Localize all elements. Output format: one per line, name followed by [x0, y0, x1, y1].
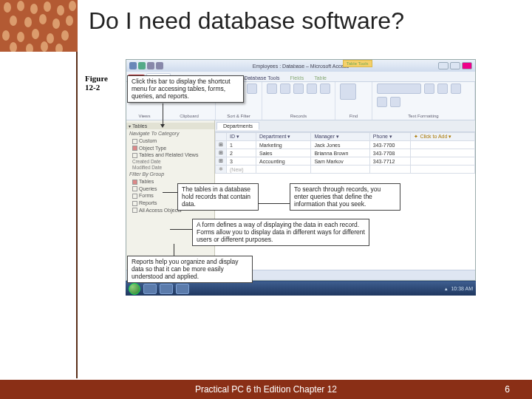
svg-point-10	[52, 18, 60, 29]
font-icon[interactable]	[377, 83, 421, 94]
svg-point-1	[4, 2, 11, 13]
tab-fields[interactable]: Fields	[286, 75, 309, 81]
bold-icon[interactable]	[424, 83, 434, 94]
nav-custom[interactable]: Custom	[129, 137, 211, 145]
table-row-new[interactable]: ✱(New)	[216, 166, 475, 174]
group-text-formatting: Text Formatting	[372, 82, 475, 120]
left-rule	[0, 52, 78, 378]
save-rec-icon[interactable]	[293, 83, 304, 94]
callout-tables: The tables in a database hold records th…	[177, 183, 259, 211]
refresh-icon[interactable]	[267, 83, 277, 94]
undo-icon[interactable]	[147, 62, 154, 69]
fill-icon[interactable]	[390, 97, 400, 107]
tab-departments[interactable]: Departments	[216, 122, 259, 130]
close-button[interactable]	[462, 62, 472, 69]
nav-tables-related[interactable]: Tables and Related Views	[129, 151, 211, 159]
svg-point-6	[69, 1, 76, 11]
tab-database-tools[interactable]: Database Tools	[239, 75, 284, 81]
redo-icon[interactable]	[156, 62, 163, 69]
footer-bar: Practical PC 6 th Edition Chapter 12 6	[0, 380, 532, 399]
nav-modified[interactable]: Modified Date	[129, 165, 211, 171]
nav-filter-by: Filter By Group	[129, 171, 211, 178]
tab-table[interactable]: Table	[310, 75, 331, 81]
minimize-button[interactable]	[438, 62, 449, 69]
col-mgr[interactable]: Manager ▾	[311, 133, 369, 141]
page-number: 6	[505, 384, 510, 395]
new-icon[interactable]	[280, 83, 290, 94]
footer-text: Practical PC 6 th Edition Chapter 12	[195, 384, 337, 395]
quick-access-toolbar	[129, 62, 163, 69]
table-row[interactable]: ⊞1MarketingJack Jones343-7700	[216, 141, 475, 149]
svg-point-19	[41, 41, 48, 52]
col-id[interactable]: ID ▾	[227, 133, 256, 141]
window-title: Employees : Database – Microsoft Access	[253, 64, 349, 69]
find-icon[interactable]	[340, 83, 356, 100]
col-add[interactable]: ✦ Click to Add ▾	[411, 133, 475, 141]
figure-area: Figure 12-2 Employees : Database – Micro…	[89, 59, 488, 325]
callout-queries: To search through records, you enter que…	[290, 183, 400, 211]
callout-reports: Reports help you organize and display da…	[127, 256, 253, 283]
svg-point-4	[44, 1, 51, 12]
leader	[170, 229, 192, 230]
taskbar-item[interactable]	[160, 284, 173, 294]
window-controls	[438, 62, 472, 69]
svg-point-7	[10, 16, 17, 26]
tray-icon[interactable]: ▴	[445, 286, 448, 292]
svg-point-14	[32, 29, 39, 39]
italic-icon[interactable]	[437, 83, 448, 94]
group-clipboard-label: Clipboard	[168, 114, 211, 118]
svg-point-11	[66, 16, 73, 26]
group-records: Records	[262, 82, 335, 120]
slide-title: Do I need database software?	[89, 7, 404, 35]
start-button[interactable]	[129, 283, 140, 295]
svg-point-8	[24, 17, 32, 27]
datasheet-grid[interactable]: ID ▾ Department ▾ Manager ▾ Phone ▾ ✦ Cl…	[215, 132, 475, 174]
nav-header[interactable]: Tables	[126, 123, 214, 129]
slide: Do I need database software? Figure 12-2…	[0, 0, 532, 399]
arrow-icon	[160, 124, 165, 128]
corner-decoration	[0, 0, 78, 52]
figure-label-1: Figure	[85, 74, 108, 83]
align-icon[interactable]	[377, 97, 387, 107]
tray-clock: 10:38 AM	[451, 286, 473, 291]
nav-created[interactable]: Created Date	[129, 159, 211, 165]
save-icon[interactable]	[138, 62, 146, 69]
group-find-label: Find	[340, 114, 367, 118]
svg-point-12	[2, 30, 10, 41]
svg-point-15	[47, 33, 54, 44]
svg-point-13	[17, 32, 24, 42]
table-row[interactable]: ⊞2SalesBrianna Brown343-7708	[216, 149, 475, 157]
group-sort-label: Sort & Filter	[220, 114, 257, 118]
select-all-cell[interactable]	[216, 133, 227, 141]
taskbar-item[interactable]	[143, 284, 157, 294]
nav-object-type[interactable]: Object Type	[129, 145, 211, 152]
totals-icon[interactable]	[320, 83, 330, 94]
col-phone[interactable]: Phone ▾	[369, 133, 411, 141]
document-tabs: Departments	[215, 120, 475, 132]
delete-icon[interactable]	[307, 83, 317, 94]
table-tools-contextual: Table Tools	[343, 60, 372, 67]
callout-nav-header: Click this bar to display the shortcut m…	[127, 75, 244, 103]
nav-navigate-to: Navigate To Category	[129, 130, 211, 137]
leader	[174, 244, 174, 256]
leader	[163, 103, 163, 126]
filter-icon[interactable]	[247, 83, 257, 94]
svg-point-16	[61, 30, 69, 41]
system-tray[interactable]: ▴ 10:38 AM	[445, 286, 473, 292]
taskbar-item[interactable]	[176, 284, 189, 294]
group-records-label: Records	[267, 114, 330, 118]
svg-point-2	[17, 1, 24, 11]
figure-label-2: 12-2	[85, 83, 100, 92]
figure-label: Figure 12-2	[85, 74, 108, 92]
titlebar: Employees : Database – Microsoft Access …	[126, 60, 475, 72]
underline-icon[interactable]	[451, 83, 461, 94]
group-textfmt-label: Text Formatting	[377, 114, 470, 118]
leader	[163, 192, 177, 193]
access-icon	[129, 62, 137, 69]
maximize-button[interactable]	[450, 62, 460, 69]
svg-point-3	[30, 4, 38, 14]
callout-forms: A form defines a way of displaying the d…	[192, 219, 369, 246]
col-dept[interactable]: Department ▾	[256, 133, 310, 141]
table-row[interactable]: ⊞3AccountingSam Markov343-7712	[216, 157, 475, 166]
group-views-label: Views	[131, 114, 158, 118]
